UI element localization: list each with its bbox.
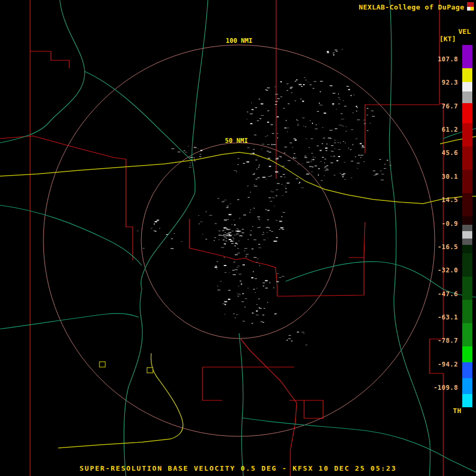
colorbar-segment	[462, 346, 472, 362]
colorbar-segment	[462, 300, 472, 323]
colorbar-segment	[462, 91, 472, 103]
county-boundaries	[0, 0, 443, 476]
colorbar-segment	[462, 323, 472, 346]
colorbar-tick: -32.0	[437, 267, 458, 274]
colorbar-tick: -47.6	[437, 290, 458, 298]
colorbar-segment	[462, 193, 472, 216]
colorbar-tick: 14.5	[442, 196, 458, 204]
colorbar-segment	[462, 216, 472, 225]
colorbar-segment	[462, 277, 472, 300]
range-rings	[43, 45, 435, 436]
ring-label-50nmi: 50 NMI	[225, 137, 248, 144]
colorbar-tick: -109.8	[434, 384, 458, 391]
radar-display: NEXLAB-College of DuPage VEL [KT] 107.89…	[0, 0, 476, 476]
colorbar-segment	[462, 362, 472, 378]
velocity-echoes	[137, 49, 391, 345]
colorbar-tick: 30.1	[442, 173, 458, 180]
colorbar-segment	[462, 68, 472, 82]
colorbar-segment	[462, 378, 472, 394]
colorbar-units: [KT]	[440, 35, 456, 43]
ring-label-100nmi: 100 NMI	[226, 37, 253, 44]
colorbar-segment	[462, 45, 472, 68]
yellow-highways	[0, 136, 476, 448]
colorbar-tick: 107.8	[437, 56, 458, 63]
product-caption: SUPER-RESOLUTION BASE VELOCITY 0.5 DEG -…	[0, 464, 476, 472]
colorbar-threshold-label: TH	[453, 407, 461, 415]
colorbar-segment	[462, 245, 472, 253]
colorbar-tick: -78.7	[437, 337, 458, 344]
colorbar-tick: -94.2	[437, 361, 458, 368]
velocity-colorbar	[462, 45, 472, 407]
site-title: NEXLAB-College of DuPage	[359, 3, 464, 11]
colorbar-tick: 61.2	[442, 126, 458, 133]
colorbar-tick: 45.6	[442, 149, 458, 157]
colorbar-tick: 92.3	[442, 79, 458, 86]
colorbar-tick: -0.9	[442, 220, 458, 227]
colorbar-segment	[462, 170, 472, 193]
green-highways	[0, 0, 476, 476]
radar-map	[0, 0, 476, 476]
highway-marker-icon	[99, 362, 153, 373]
nexlab-logo-icon	[467, 2, 474, 11]
colorbar-segment	[462, 82, 472, 91]
colorbar-segment	[462, 239, 472, 245]
colorbar-segment	[462, 253, 472, 277]
colorbar-tick: -16.5	[437, 243, 458, 251]
colorbar-segment	[462, 147, 472, 170]
colorbar-segment	[462, 231, 472, 239]
colorbar-tick: -63.1	[437, 314, 458, 321]
colorbar-tick: 76.7	[442, 103, 458, 110]
colorbar-segment	[462, 123, 472, 147]
colorbar-segment	[462, 103, 472, 123]
colorbar-segment	[462, 225, 472, 231]
colorbar-segment	[462, 394, 472, 407]
colorbar-title: VEL	[459, 28, 471, 35]
